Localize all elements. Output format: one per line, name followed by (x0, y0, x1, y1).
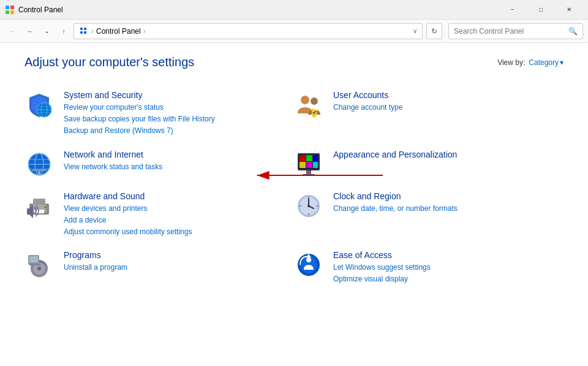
mobility-settings-link[interactable]: Adjust commonly used mobility settings (64, 226, 192, 238)
address-sep1: › (91, 27, 94, 36)
clock-text: Clock and Region Change date, time, or n… (333, 191, 458, 215)
hardware-icon (24, 191, 54, 221)
appearance-icon (294, 150, 323, 179)
review-status-link[interactable]: Review your computer's status (64, 102, 215, 113)
page-title: Adjust your computer's settings (24, 55, 194, 69)
svg-rect-52 (29, 256, 38, 262)
panel-item-system-security: System and Security Review your computer… (24, 84, 294, 143)
minimize-button[interactable]: − (499, 0, 527, 20)
uninstall-link[interactable]: Uninstall a program (64, 262, 127, 273)
view-by-container: View by: Category ▾ (497, 58, 564, 67)
maximize-button[interactable]: □ (527, 0, 555, 20)
svg-rect-53 (29, 264, 40, 265)
svg-rect-33 (303, 174, 315, 176)
titlebar-icon (5, 5, 15, 15)
view-by-arrow: ▾ (560, 58, 564, 67)
hardware-heading[interactable]: Hardware and Sound (64, 191, 192, 201)
user-accounts-icon (294, 90, 323, 120)
ease-text: Ease of Access Let Windows suggest setti… (333, 250, 431, 285)
panel-item-clock: Clock and Region Change date, time, or n… (294, 185, 564, 245)
svg-rect-30 (306, 162, 312, 168)
down-button[interactable]: ⌄ (39, 24, 54, 39)
back-button[interactable]: ← (5, 24, 20, 39)
clock-icon (294, 191, 323, 221)
date-time-link[interactable]: Change date, time, or number formats (333, 203, 458, 215)
svg-rect-22 (38, 170, 40, 175)
file-history-link[interactable]: Save backup copies your files with File … (64, 113, 215, 125)
programs-icon (24, 250, 54, 280)
panel-item-appearance: Appearance and Personalization (294, 143, 564, 185)
network-status-link[interactable]: View network status and tasks (64, 161, 162, 173)
up-button[interactable]: ↑ (56, 24, 71, 39)
panel-grid: System and Security Review your computer… (24, 84, 564, 292)
svg-rect-31 (313, 162, 318, 168)
appearance-heading[interactable]: Appearance and Personalization (333, 150, 457, 159)
panel-item-network: Network and Internet View network status… (24, 143, 294, 185)
svg-rect-6 (80, 31, 83, 34)
user-accounts-heading[interactable]: User Accounts (333, 90, 402, 100)
search-icon[interactable]: 🔍 (568, 27, 578, 36)
titlebar-title: Control Panel (18, 6, 499, 14)
change-account-link[interactable]: Change account type (333, 102, 402, 113)
svg-rect-29 (300, 162, 306, 168)
svg-rect-28 (313, 155, 318, 161)
refresh-button[interactable]: ↻ (426, 23, 442, 39)
appearance-text: Appearance and Personalization (333, 150, 457, 161)
svg-rect-3 (10, 10, 14, 14)
svg-rect-7 (84, 31, 86, 34)
user-accounts-text: User Accounts Change account type (333, 90, 402, 113)
close-button[interactable]: ✕ (555, 0, 583, 20)
svg-rect-1 (10, 6, 14, 9)
titlebar: Control Panel − □ ✕ (0, 0, 588, 20)
programs-text: Programs Uninstall a program (64, 250, 127, 273)
address-icon (79, 26, 89, 36)
svg-rect-32 (306, 170, 311, 174)
network-heading[interactable]: Network and Internet (64, 150, 162, 159)
svg-point-14 (301, 96, 309, 104)
search-input[interactable] (454, 27, 568, 36)
svg-rect-26 (300, 155, 306, 161)
address-item: Control Panel (96, 27, 141, 36)
address-sep2: › (143, 27, 146, 36)
main-content: Adjust your computer's settings View by:… (0, 43, 588, 366)
network-icon (24, 150, 54, 179)
page-header: Adjust your computer's settings View by:… (24, 55, 564, 69)
panel-item-user-accounts: User Accounts Change account type (294, 84, 564, 143)
forward-button[interactable]: → (22, 24, 37, 39)
svg-point-38 (44, 206, 47, 208)
visual-display-link[interactable]: Optimize visual display (333, 273, 431, 285)
view-by-label: View by: (497, 58, 525, 67)
view-by-dropdown[interactable]: Category ▾ (529, 58, 564, 67)
system-security-text: System and Security Review your computer… (64, 90, 215, 137)
svg-rect-23 (32, 169, 47, 171)
address-dropdown[interactable]: ∨ (413, 28, 417, 34)
search-box[interactable]: 🔍 (448, 23, 583, 39)
panel-item-ease: Ease of Access Let Windows suggest setti… (294, 244, 564, 291)
svg-point-15 (311, 97, 318, 105)
svg-rect-36 (33, 199, 45, 205)
address-box[interactable]: › Control Panel › ∨ (74, 23, 423, 39)
panel-item-programs: Programs Uninstall a program (24, 244, 294, 291)
devices-printers-link[interactable]: View devices and printers (64, 203, 192, 215)
clock-heading[interactable]: Clock and Region (333, 191, 458, 201)
ease-heading[interactable]: Ease of Access (333, 250, 431, 260)
add-device-link[interactable]: Add a device (64, 215, 192, 226)
backup-restore-link[interactable]: Backup and Restore (Windows 7) (64, 125, 215, 137)
svg-rect-2 (6, 10, 9, 14)
hardware-text: Hardware and Sound View devices and prin… (64, 191, 192, 238)
view-by-value-text: Category (529, 58, 559, 67)
network-text: Network and Internet View network status… (64, 150, 162, 173)
svg-rect-27 (306, 155, 312, 161)
svg-point-50 (37, 267, 41, 270)
svg-rect-4 (80, 28, 83, 30)
panel-item-hardware: Hardware and Sound View devices and prin… (24, 185, 294, 245)
svg-rect-5 (84, 28, 86, 30)
system-security-icon (24, 90, 54, 120)
titlebar-controls: − □ ✕ (499, 0, 583, 20)
programs-heading[interactable]: Programs (64, 250, 127, 260)
svg-rect-0 (6, 6, 9, 9)
system-security-heading[interactable]: System and Security (64, 90, 215, 100)
ease-icon (294, 250, 323, 280)
svg-point-56 (306, 257, 311, 262)
suggest-settings-link[interactable]: Let Windows suggest settings (333, 262, 431, 273)
